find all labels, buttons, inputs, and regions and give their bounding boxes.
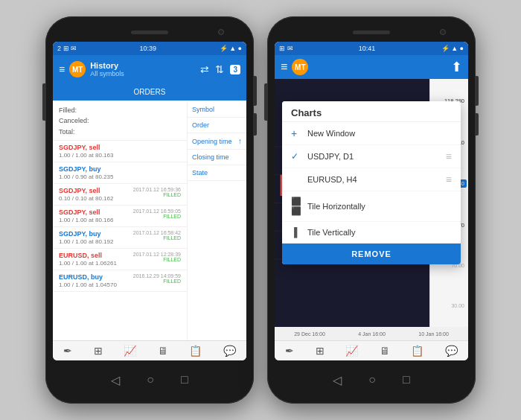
nav-terminal-2[interactable]: 🖥: [380, 345, 390, 357]
dropdown-item-new-window[interactable]: + New Window: [282, 122, 461, 145]
charts-dropdown: Charts + New Window ✓ USDJPY, D1 ≡: [282, 101, 461, 264]
nav-quotes-2[interactable]: ⊞: [316, 345, 325, 357]
status-time-2: 10:41: [359, 45, 376, 52]
dropdown-item-tile-v[interactable]: ▐ Tile Vertically: [282, 222, 461, 244]
sort-opening[interactable]: Opening time ↑: [188, 133, 246, 150]
dropdown-item-usdjpy[interactable]: ✓ USDJPY, D1 ≡: [282, 145, 461, 168]
back-btn-1[interactable]: ◁: [111, 373, 120, 387]
nav-terminal[interactable]: 🖥: [158, 345, 168, 357]
tab-orders[interactable]: ORDERS: [53, 83, 246, 102]
phones-container: 2 ⊞ ✉ 10:39 ⚡ ▲ ● ≡ MT History All symbo…: [45, 16, 476, 404]
reorder-icon-eurusd: ≡: [446, 174, 452, 185]
status-time-1: 10:39: [140, 45, 157, 52]
app-logo-2: MT: [292, 59, 308, 75]
new-window-label: New Window: [307, 129, 355, 138]
nav-history[interactable]: 📋: [189, 345, 202, 357]
speaker: [131, 31, 168, 34]
sort-symbol[interactable]: Symbol: [188, 102, 246, 118]
nav-history-2[interactable]: 📋: [411, 345, 423, 357]
nav-quotes[interactable]: ⊞: [94, 345, 103, 357]
order-symbol: SGDJPY, buy: [59, 230, 101, 238]
nav-chart[interactable]: 📈: [124, 345, 136, 357]
order-detail: 1.00 / 1.00 at 80.166: [59, 217, 113, 223]
phone-1-screen: 2 ⊞ ✉ 10:39 ⚡ ▲ ● ≡ MT History All symbo…: [53, 42, 246, 360]
order-status: FILLED: [163, 257, 181, 262]
menu-icon-1[interactable]: ≡: [59, 63, 65, 75]
order-detail: 1.00 / 1.00 at 80.163: [59, 152, 113, 159]
order-symbol: SGDJPY, buy: [59, 165, 101, 173]
remove-button[interactable]: REMOVE: [282, 244, 461, 264]
dropdown-item-tile-h[interactable]: ⬛⬛ Tile Horizontally: [282, 191, 461, 222]
chart-bottom: 29 Dec 16:00 4 Jan 16:00 10 Jan 16:00: [275, 327, 468, 340]
recents-btn-1[interactable]: □: [181, 373, 188, 386]
order-detail: 1.00 / 1.00 at 80.192: [59, 238, 113, 245]
quotes-icon-2: ⊞: [316, 345, 325, 357]
order-time: 2017.01.12 16:59:36 FILLED: [133, 187, 181, 197]
phone-1: 2 ⊞ ✉ 10:39 ⚡ ▲ ● ≡ MT History All symbo…: [45, 16, 254, 404]
phone-2-nav-bar: ◁ ○ □: [275, 365, 468, 395]
order-status: FILLED: [163, 279, 181, 284]
dropdown-title: Charts: [282, 101, 461, 122]
chart-app-header: ≡ MT ⬆: [275, 55, 468, 79]
quotes-icon: ⊞: [94, 345, 103, 357]
order-symbol: SGDJPY, sell: [59, 187, 100, 194]
transfer-icon[interactable]: ⇄: [200, 63, 209, 75]
status-right-1: ⚡ ▲ ●: [220, 45, 242, 52]
order-time: 2017.01.12 12:28:39 FILLED: [133, 252, 181, 262]
eurusd-label: EURUSD, H4: [307, 175, 357, 184]
sort-order[interactable]: Order: [188, 118, 246, 133]
trade-icon: ✒: [63, 345, 72, 357]
plus-icon: +: [291, 127, 301, 139]
terminal-icon-2: 🖥: [380, 345, 390, 357]
nav-chart-2[interactable]: 📈: [345, 345, 358, 357]
camera: [218, 29, 224, 35]
app-header-1: ≡ MT History All symbols ⇄ ⇅ 3: [53, 55, 246, 83]
table-row: EURUSD, sell 1.00 / 1.00 at 1.06261 2017…: [53, 249, 187, 270]
home-btn-2[interactable]: ○: [368, 373, 376, 386]
menu-icon-2[interactable]: ≡: [281, 60, 287, 74]
home-btn-1[interactable]: ○: [147, 373, 154, 386]
canceled-label: Canceled:: [59, 115, 181, 126]
sort-closing[interactable]: Closing time: [188, 150, 246, 165]
nav-chat[interactable]: 💬: [223, 345, 236, 357]
nav-trade[interactable]: ✒: [63, 345, 72, 357]
order-time: 2017.01.12 16:58:42 FILLED: [133, 230, 181, 241]
header-icons-1: ⇄ ⇅ 3: [200, 63, 240, 75]
phone-1-nav-bar: ◁ ○ □: [53, 365, 246, 395]
phone-1-top-bar: [53, 25, 246, 39]
dropdown-item-eurusd[interactable]: ✓ EURUSD, H4 ≡: [282, 168, 461, 191]
speaker-2: [353, 31, 390, 34]
nav-trade-2[interactable]: ✒: [285, 345, 294, 357]
sort-state[interactable]: State: [188, 165, 246, 181]
order-status: FILLED: [163, 192, 181, 197]
status-left-2: ⊞ ✉: [279, 45, 293, 52]
history-icon: 📋: [189, 345, 202, 357]
orders-list: Filled: Canceled: Total: SGDJPY, sell 1.…: [53, 102, 187, 340]
sort-column: Symbol Order Opening time ↑ Closing time…: [187, 102, 246, 340]
order-detail: 1.00 / 0.90 at 80.235: [59, 174, 113, 180]
back-btn-2[interactable]: ◁: [333, 373, 342, 387]
date-2: 4 Jan 16:00: [358, 331, 386, 337]
chart-area-container: 118.280 116.810 115.340 113.870 70.00 30…: [275, 79, 468, 327]
sort-icon[interactable]: ⇅: [215, 63, 224, 75]
share-icon[interactable]: ⬆: [451, 59, 462, 75]
app-logo-1: MT: [69, 61, 86, 77]
table-row: SGDJPY, buy 1.00 / 1.00 at 80.192 2017.0…: [53, 227, 187, 249]
orders-summary: Filled: Canceled: Total:: [53, 102, 187, 141]
check-icon-usdjpy: ✓: [291, 151, 301, 162]
recents-btn-2[interactable]: □: [403, 373, 410, 386]
status-bar-2: ⊞ ✉ 10:41 ⚡ ▲ ●: [275, 42, 468, 55]
order-symbol: SGDJPY, sell: [59, 144, 100, 151]
header-title-1: History: [90, 61, 196, 70]
table-row: SGDJPY, buy 1.00 / 0.90 at 80.235: [53, 162, 187, 184]
terminal-icon: 🖥: [158, 345, 168, 357]
status-bar-1: 2 ⊞ ✉ 10:39 ⚡ ▲ ●: [53, 42, 246, 55]
tile-h-label: Tile Horizontally: [307, 202, 365, 211]
order-detail: 0.10 / 0.10 at 80.162: [59, 195, 113, 202]
history-icon-2: 📋: [411, 345, 423, 357]
order-symbol: EURUSD, buy: [59, 273, 103, 281]
order-time: 2017.01.12 16:59:05 FILLED: [133, 209, 181, 219]
table-row: EURUSD, buy 1.00 / 1.00 at 1.04570 2016.…: [53, 270, 187, 292]
empty-icon-eurusd: ✓: [291, 174, 301, 185]
nav-chat-2[interactable]: 💬: [445, 345, 458, 357]
